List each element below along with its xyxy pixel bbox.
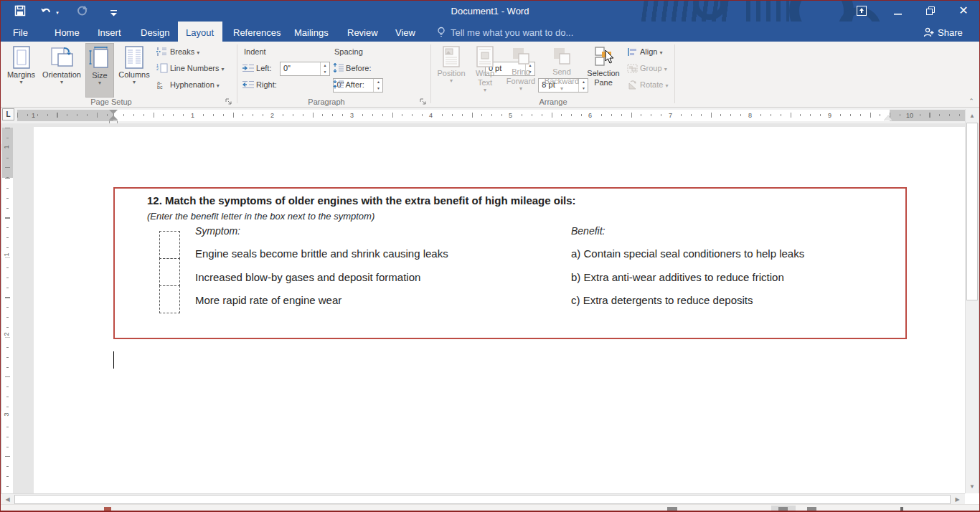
paragraph-dialog-launcher[interactable]	[420, 98, 428, 107]
scroll-left-arrow[interactable]: ◀	[1, 495, 14, 504]
send-backward-button-disabled: Send Backward ▾	[541, 43, 583, 98]
tell-me-search-input[interactable]: Tell me what you want to do...	[451, 24, 573, 42]
zoom-slider-knob-partial[interactable]	[900, 507, 903, 512]
svg-text:bc: bc	[157, 85, 163, 90]
spin-up-icon[interactable]: ▲	[321, 62, 329, 69]
tab-references[interactable]: References	[233, 24, 281, 42]
columns-icon	[124, 46, 144, 69]
line-numbers-icon: 1 2	[156, 63, 168, 73]
size-button[interactable]: Size ▾	[85, 43, 114, 98]
line-numbers-label: Line Numbers	[170, 64, 219, 72]
indent-left-input[interactable]: 0" ▲▼	[280, 62, 330, 76]
page-setup-dialog-launcher[interactable]	[225, 98, 234, 107]
breaks-button[interactable]: Breaks ▾	[156, 44, 199, 60]
symptom-item: Increased blow-by gases and deposit form…	[195, 271, 420, 283]
answer-box-1[interactable]	[159, 231, 180, 259]
spin-down-icon[interactable]: ▼	[321, 69, 329, 75]
group-separator	[674, 44, 675, 103]
ruler-number: 9	[826, 111, 833, 120]
tab-review[interactable]: Review	[347, 24, 378, 42]
wrap-text-icon	[476, 46, 494, 67]
spin-up-icon[interactable]: ▲	[374, 79, 382, 85]
chevron-down-icon: ▾	[217, 82, 220, 89]
chevron-down-icon: ▾	[541, 86, 583, 92]
tab-design[interactable]: Design	[141, 24, 169, 42]
position-button-disabled: Position ▾	[435, 43, 468, 98]
selection-pane-button[interactable]: Selection Pane	[585, 43, 622, 98]
minimize-button[interactable]	[887, 0, 908, 22]
hyphenation-button[interactable]: a- bc Hyphenation ▾	[156, 77, 220, 93]
share-person-icon	[923, 27, 934, 37]
horizontal-scrollbar-thumb[interactable]	[14, 495, 951, 504]
margins-button[interactable]: Margins ▾	[4, 43, 38, 98]
page-setup-group-label: Page Setup	[72, 98, 151, 106]
indent-right-icon	[242, 80, 254, 89]
horizontal-scrollbar[interactable]: ◀ ▶	[0, 493, 965, 504]
answer-box-3[interactable]	[159, 285, 180, 313]
position-icon	[442, 46, 461, 67]
share-button[interactable]: Share	[938, 24, 963, 42]
columns-button[interactable]: Columns ▾	[116, 43, 153, 98]
document-workspace: 1 1 2 3 12. Match the symptoms of older …	[0, 123, 980, 493]
size-icon	[89, 47, 110, 70]
tab-file[interactable]: File	[13, 24, 28, 42]
tab-mailings[interactable]: Mailings	[294, 24, 329, 42]
chevron-down-icon: ▾	[660, 49, 663, 56]
wrap-text-button-disabled: Wrap Text ▾	[469, 43, 501, 98]
vertical-ruler[interactable]: 1 1 2 3	[2, 123, 13, 493]
web-layout-button-partial[interactable]	[807, 507, 816, 511]
indent-right-spinner[interactable]: ▲▼	[373, 79, 382, 92]
tab-layout[interactable]: Layout	[186, 24, 214, 42]
chevron-down-icon: ▾	[39, 80, 84, 85]
window-title: Document1 - Word	[0, 6, 980, 16]
collapse-ribbon-button[interactable]: ⌃	[964, 95, 979, 107]
spacing-after-label: After:	[345, 80, 364, 89]
line-numbers-button[interactable]: 1 2 Line Numbers ▾	[156, 61, 225, 76]
tab-stop-selector[interactable]: L	[2, 108, 14, 120]
breaks-label: Breaks	[170, 47, 194, 56]
align-icon	[627, 47, 638, 57]
indent-left-label: Left:	[256, 64, 271, 72]
document-page[interactable]: 12. Match the symptoms of older engines …	[34, 127, 971, 493]
vertical-scrollbar[interactable]: ▲ ▼	[965, 109, 978, 493]
vertical-scrollbar-thumb[interactable]	[966, 123, 978, 300]
ruler-content-area	[113, 110, 890, 121]
ribbon-display-options-button[interactable]	[851, 0, 872, 22]
proofing-status-icon[interactable]	[104, 507, 111, 511]
scroll-right-arrow[interactable]: ▶	[951, 495, 963, 504]
read-mode-button-partial[interactable]	[667, 507, 677, 511]
align-button[interactable]: Align ▾	[627, 44, 663, 60]
tab-view[interactable]: View	[395, 24, 415, 42]
scroll-up-arrow[interactable]: ▲	[966, 110, 978, 122]
close-button[interactable]: ✕	[953, 0, 974, 22]
chevron-down-icon: ▾	[435, 78, 468, 84]
answer-box-2[interactable]	[159, 258, 180, 286]
spin-down-icon[interactable]: ▼	[374, 85, 382, 92]
restore-button[interactable]	[920, 0, 941, 22]
ruler-right-margin	[890, 110, 971, 121]
hanging-indent-marker[interactable]	[109, 115, 118, 120]
question-box: 12. Match the symptoms of older engines …	[113, 187, 907, 339]
hyphenation-icon: a- bc	[156, 80, 168, 90]
vruler-number: 3	[2, 411, 11, 417]
print-layout-button-partial[interactable]	[778, 507, 788, 511]
tab-insert[interactable]: Insert	[98, 24, 121, 42]
symptom-item: Engine seals become brittle and shrink c…	[195, 247, 448, 260]
orientation-icon	[50, 46, 74, 69]
group-separator	[237, 44, 237, 103]
tab-home[interactable]: Home	[55, 24, 80, 42]
indent-left-spinner[interactable]: ▲▼	[320, 62, 329, 75]
svg-text:2: 2	[156, 67, 159, 71]
group-button-disabled: Group ▾	[627, 61, 667, 76]
scroll-down-arrow[interactable]: ▼	[966, 481, 978, 493]
right-indent-marker[interactable]	[884, 115, 892, 120]
orientation-button[interactable]: Orientation ▾	[39, 43, 84, 98]
first-line-indent-marker[interactable]	[109, 110, 118, 114]
ruler-number: 8	[747, 111, 753, 120]
horizontal-ruler[interactable]: 1 1 2 3 4 5 6 7 8 9 10	[0, 108, 980, 123]
rotate-label: Rotate	[640, 80, 663, 89]
rotate-icon	[627, 80, 638, 90]
ruler-number: 1	[189, 111, 196, 120]
bring-forward-label: Bring Forward	[502, 67, 540, 86]
margins-icon	[11, 46, 32, 69]
